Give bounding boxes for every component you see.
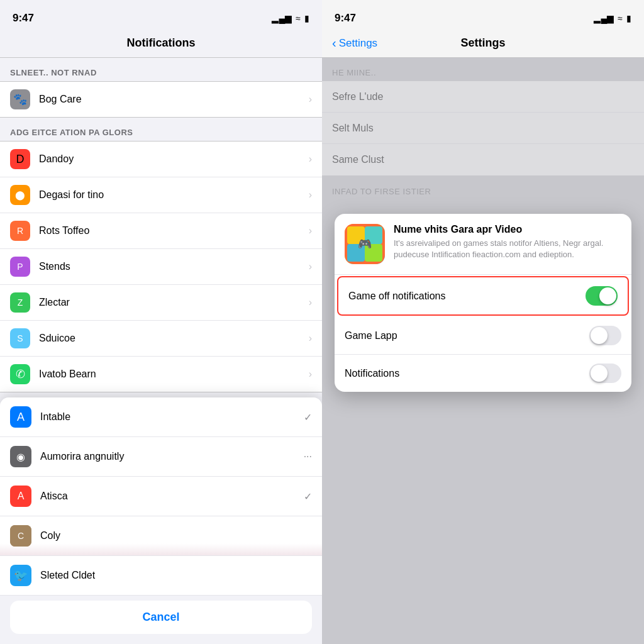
game-lapp-toggle[interactable] (589, 326, 621, 345)
battery-icon: ▮ (626, 13, 631, 23)
section2-list: D Dandoy › ⬤ Degasi for tino › R Rots To… (0, 141, 322, 392)
game-off-label: Game off notifications (348, 291, 586, 302)
aumorira-icon: ◉ (10, 446, 31, 467)
sduicoe-icon: S (10, 328, 30, 348)
chevron-right-icon: › (309, 225, 312, 236)
toggle-thumb (591, 365, 608, 382)
left-nav-bar: Notifications (0, 31, 322, 58)
chevron-right-icon: › (309, 297, 312, 308)
sheet-content: A Intable ✓ ◉ Aumorira angnuitly ··· A A… (0, 397, 322, 644)
list-item[interactable]: Z Zlectar › (0, 285, 322, 321)
chevron-right-icon: › (309, 333, 312, 344)
ivatob-label: Ivatob Bearn (39, 369, 309, 380)
list-item[interactable]: P Stends › (0, 249, 322, 285)
sheet-item-sleted[interactable]: 🐦 Sleted Cldet (0, 556, 322, 596)
svg-text:C: C (18, 531, 24, 541)
list-item[interactable]: ⬤ Degasi for tino › (0, 177, 322, 213)
list-item[interactable]: D Dandoy › (0, 142, 322, 177)
checkmark-icon: ✓ (304, 411, 312, 423)
wifi-icon: ≈ (618, 13, 623, 23)
popup-row-notifications[interactable]: Notifications (335, 355, 631, 392)
rots-icon: R (10, 221, 30, 241)
chevron-right-icon: › (309, 189, 312, 201)
sheet-overlay: A Intable ✓ ◉ Aumorira angnuitly ··· A A… (0, 397, 322, 644)
same-label: Same Clust (332, 154, 634, 165)
left-status-bar: 9:47 ▂▄▆ ≈ ▮ (0, 0, 322, 31)
bog-care-icon: 🐾 (10, 89, 30, 109)
section1-header: SLNEET.. NOT RNAD (0, 58, 322, 81)
bog-care-label: Bog Care (39, 94, 309, 105)
wifi-icon: ≈ (296, 13, 301, 23)
popup-row-game-lapp[interactable]: Game Lapp (335, 317, 631, 355)
rots-label: Rots Toffeo (39, 225, 309, 236)
toggle-track (586, 286, 618, 306)
zlectar-label: Zlectar (39, 297, 309, 308)
toggle-thumb (599, 287, 616, 304)
intable-label: Intable (40, 411, 304, 423)
selt-label: Selt Muls (332, 123, 634, 134)
chevron-right-icon: › (309, 94, 312, 105)
popup-card: 🎮 Nume vhits Gara apr Video It's asreiva… (335, 214, 631, 392)
stends-label: Stends (39, 261, 309, 272)
sduicoe-label: Sduicoe (39, 333, 309, 344)
popup-row-game-off[interactable]: Game off notifications (337, 276, 629, 316)
chevron-right-icon: › (309, 369, 312, 380)
settings-item-sefre[interactable]: Sefre L'ude (322, 81, 644, 113)
zlectar-icon: Z (10, 292, 30, 313)
degasi-label: Degasi for tino (39, 189, 309, 201)
degasi-icon: ⬤ (10, 185, 30, 205)
popup-app-title: Nume vhits Gara apr Video (394, 224, 621, 235)
popup-app-info: Nume vhits Gara apr Video It's asreivali… (394, 224, 621, 260)
signal-icon: ▂▄▆ (594, 13, 614, 23)
left-nav-title: Notifications (126, 36, 195, 49)
toggle-track (589, 326, 621, 345)
popup-app-desc: It's asreivaliped on games stals notifor… (394, 238, 621, 260)
aumorira-label: Aumorira angnuitly (40, 451, 304, 462)
back-label: Settings (339, 37, 377, 50)
right-status-icons: ▂▄▆ ≈ ▮ (594, 13, 631, 23)
game-off-toggle[interactable] (586, 286, 618, 306)
signal-icon: ▂▄▆ (272, 13, 292, 23)
battery-icon: ▮ (304, 13, 309, 23)
back-chevron-icon: ‹ (332, 36, 336, 50)
sheet-item-atisca[interactable]: A Atisca ✓ (0, 477, 322, 516)
atisca-label: Atisca (40, 491, 304, 502)
settings-item-same[interactable]: Same Clust (322, 144, 644, 175)
list-item[interactable]: R Rots Toffeo › (0, 213, 322, 249)
cancel-button[interactable]: Cancel (10, 601, 312, 634)
list-item[interactable]: ✆ Ivatob Bearn › (0, 357, 322, 392)
sheet-item-intable[interactable]: A Intable ✓ (0, 397, 322, 437)
chevron-right-icon: › (309, 261, 312, 272)
right-nav-title: Settings (460, 36, 505, 50)
checkmark-icon: ✓ (304, 491, 312, 502)
intable-icon: A (10, 406, 31, 428)
ellipsis-icon: ··· (304, 451, 312, 462)
right-section2-header: INFAD TO FIRSE ISTIER (322, 177, 644, 200)
sheet-item-aumorira[interactable]: ◉ Aumorira angnuitly ··· (0, 437, 322, 477)
settings-item-selt[interactable]: Selt Muls (322, 113, 644, 144)
atisca-icon: A (10, 486, 31, 507)
ivatob-icon: ✆ (10, 364, 30, 384)
settings-group1: Sefre L'ude Selt Muls Same Clust (322, 81, 644, 175)
left-panel: 9:47 ▂▄▆ ≈ ▮ Notifications SLNEET.. NOT … (0, 0, 322, 644)
chevron-right-icon: › (309, 153, 312, 165)
dandoy-label: Dandoy (39, 153, 309, 165)
popup-header: 🎮 Nume vhits Gara apr Video It's asreiva… (335, 214, 631, 275)
list-item[interactable]: S Sduicoe › (0, 321, 322, 357)
notifications-toggle[interactable] (589, 364, 621, 383)
coly-icon: C (10, 525, 31, 547)
sheet-item-coly[interactable]: C Coly (0, 516, 322, 556)
right-time: 9:47 (335, 12, 356, 25)
list-item[interactable]: 🐾 Bog Care › (0, 82, 322, 117)
sleted-label: Sleted Cldet (40, 570, 312, 581)
section1-list: 🐾 Bog Care › (0, 81, 322, 118)
toggle-thumb (591, 327, 608, 344)
popup-app-icon: 🎮 (345, 224, 385, 264)
svg-text:🎮: 🎮 (358, 237, 372, 251)
back-button[interactable]: ‹ Settings (332, 36, 377, 50)
stends-icon: P (10, 257, 30, 277)
dandoy-icon: D (10, 149, 30, 169)
left-time: 9:47 (13, 12, 34, 25)
sleted-icon: 🐦 (10, 565, 31, 586)
sefre-label: Sefre L'ude (332, 91, 634, 103)
